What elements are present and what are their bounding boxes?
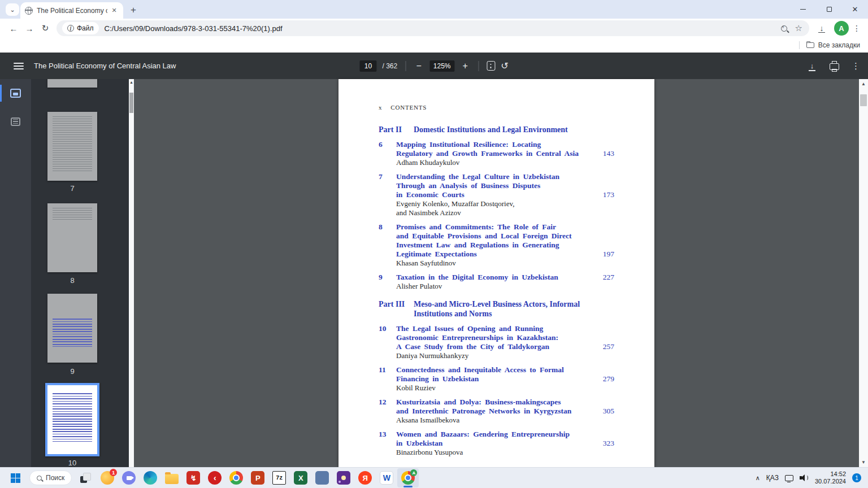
thumbnail-label: 7	[47, 184, 97, 193]
tray-chevron-icon[interactable]: ∧	[756, 474, 760, 482]
all-bookmarks-label[interactable]: Все закладки	[818, 41, 860, 49]
reload-button[interactable]: ↻	[37, 20, 53, 36]
thumbnails-icon	[10, 89, 21, 98]
bookmark-star-icon[interactable]: ☆	[795, 23, 802, 33]
panel-scroll-thumb[interactable]	[129, 93, 133, 113]
thumbnail-label: 9	[47, 367, 97, 376]
tray-time: 14:52	[815, 470, 846, 478]
taskbar-app-7zip[interactable]: 7z	[268, 468, 290, 487]
tab-close-icon[interactable]: ✕	[110, 6, 119, 15]
clock[interactable]: 14:52 30.07.2024	[815, 470, 846, 485]
taskbar-app-chrome[interactable]	[225, 468, 247, 487]
folio-roman: x	[379, 104, 382, 111]
volume-icon[interactable]	[800, 474, 809, 482]
taskbar-app-word[interactable]: W	[376, 468, 397, 487]
toc-part-heading: Part III Meso-and Micro-Level Business A…	[379, 299, 614, 319]
red-oval-app-icon: ‹	[208, 471, 222, 485]
notification-center-badge[interactable]: 1	[852, 473, 861, 482]
restore-button[interactable]	[816, 0, 842, 19]
viewer-scroll-thumb[interactable]	[860, 94, 867, 106]
pdf-toolbar: The Political Economy of Central Asian L…	[0, 53, 868, 79]
document-outline-button[interactable]	[0, 107, 31, 136]
separator	[405, 61, 406, 71]
url-text[interactable]: C:/Users/09/Downloads/978-3-031-55341-7%…	[105, 24, 283, 33]
thumbnail-page-7[interactable]	[47, 112, 97, 181]
downloads-icon[interactable]: ↓	[814, 20, 830, 36]
toc-entry: 10 The Legal Issues of Opening and Runni…	[379, 324, 614, 360]
taskbar-app-teams-chat[interactable]	[118, 468, 140, 487]
back-button[interactable]: ←	[6, 20, 21, 36]
taskbar-app-excel[interactable]: X	[290, 468, 311, 487]
close-button[interactable]: ✕	[842, 0, 868, 19]
taskbar-app-comet[interactable]	[333, 468, 354, 487]
pdf-download-icon[interactable]: ↓	[807, 61, 817, 71]
taskbar-app-weather[interactable]: 1	[97, 468, 118, 487]
thumbnail-page-9[interactable]	[47, 294, 97, 363]
pdf-viewer: xCONTENTS Part II Domestic Institutions …	[134, 79, 859, 467]
zoom-in-button[interactable]: +	[460, 61, 470, 71]
zoom-level[interactable]: 125%	[429, 60, 454, 72]
rotate-icon[interactable]: ↺	[501, 60, 508, 71]
toc-entry: 8 Promises and Commitments: The Role of …	[379, 223, 614, 268]
taskbar-app-red-oval[interactable]: ‹	[204, 468, 225, 487]
toc-entry: 7 Understanding the Legal Culture in Uzb…	[379, 172, 614, 217]
forward-button[interactable]: →	[21, 20, 37, 36]
page-number-input[interactable]	[359, 60, 376, 72]
language-indicator[interactable]: ҚАЗ	[766, 474, 779, 482]
fit-to-page-icon[interactable]	[487, 61, 495, 71]
yandex-icon: Я	[358, 471, 372, 485]
taskbar-app-powerpoint[interactable]: P	[247, 468, 268, 487]
powerpoint-icon: P	[251, 471, 264, 485]
excel-icon: X	[294, 471, 307, 485]
pdf-sidebar-strip	[0, 79, 31, 467]
zoom-out-button[interactable]: −	[414, 61, 424, 71]
new-tab-button[interactable]: +	[128, 5, 139, 16]
taskbar-app-yandex[interactable]: Я	[354, 468, 376, 487]
chrome-icon: A	[401, 471, 415, 485]
chevron-down-icon: ⌄	[10, 6, 15, 14]
browser-toolbar: ← → ↻ i Файл C:/Users/09/Downloads/978-3…	[0, 19, 868, 38]
pdf-page: xCONTENTS Part II Domestic Institutions …	[338, 79, 654, 467]
file-chip-label: Файл	[77, 24, 94, 32]
thumbnail-page-6[interactable]	[47, 79, 97, 88]
outline-icon	[11, 117, 20, 126]
panel-scrollbar[interactable]: ▲	[129, 79, 134, 467]
windows-logo-icon	[11, 473, 20, 483]
minimize-button[interactable]	[790, 0, 816, 19]
network-icon[interactable]	[785, 475, 793, 481]
taskbar-app-file-explorer[interactable]	[161, 468, 183, 487]
page-divider: /	[382, 62, 384, 70]
print-icon[interactable]	[830, 63, 839, 70]
pdf-menu-icon[interactable]	[14, 61, 24, 71]
scroll-up-icon[interactable]: ▲	[859, 81, 868, 86]
thumbnail-page-8[interactable]	[47, 203, 97, 272]
toc-entry: 12 Kusturizatsia and Dolya: Business-mak…	[379, 398, 614, 425]
taskbar-search[interactable]: Поиск	[29, 470, 72, 485]
zoom-page-icon[interactable]	[781, 25, 787, 32]
pdf-more-icon[interactable]: ⋮	[852, 61, 860, 71]
task-view-button[interactable]	[75, 468, 97, 487]
tray-date: 30.07.2024	[815, 478, 846, 485]
pdf-document-title: The Political Economy of Central Asian L…	[34, 62, 176, 70]
contents-head: CONTENTS	[390, 104, 427, 111]
viewer-scrollbar[interactable]: ▲ ▼	[859, 79, 868, 467]
browser-tab[interactable]: The Political Economy of Central Asian L…	[20, 2, 123, 19]
taskbar-app-chrome-active[interactable]: A	[397, 468, 419, 487]
profile-avatar[interactable]: A	[834, 21, 849, 36]
taskbar-app-edge[interactable]	[140, 468, 161, 487]
thumbnails-view-button[interactable]	[0, 79, 31, 107]
scroll-up-icon[interactable]: ▲	[129, 80, 134, 84]
start-button[interactable]	[5, 468, 26, 487]
tab-title: The Political Economy of Central Asian L…	[37, 7, 107, 15]
notification-badge: 1	[110, 469, 117, 476]
separator	[799, 41, 800, 49]
thumbnail-page-10-selected[interactable]	[45, 383, 99, 456]
taskbar-app-calculator[interactable]	[311, 468, 333, 487]
address-bar[interactable]: i Файл C:/Users/09/Downloads/978-3-031-5…	[57, 20, 809, 36]
tab-search-button[interactable]: ⌄	[6, 3, 19, 16]
red-app-icon: ↯	[186, 471, 200, 485]
browser-menu-icon[interactable]: ⋮	[851, 20, 862, 36]
taskbar-app-red[interactable]: ↯	[183, 468, 204, 487]
scroll-down-icon[interactable]: ▼	[859, 460, 868, 465]
file-scheme-chip[interactable]: i Файл	[62, 22, 99, 34]
